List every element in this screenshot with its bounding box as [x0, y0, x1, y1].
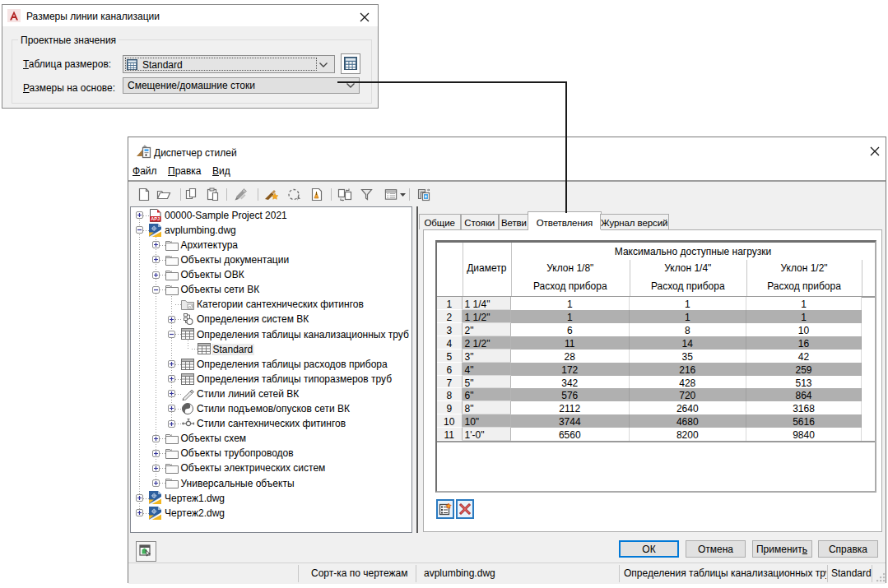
svg-text:APJ: APJ: [151, 216, 160, 221]
